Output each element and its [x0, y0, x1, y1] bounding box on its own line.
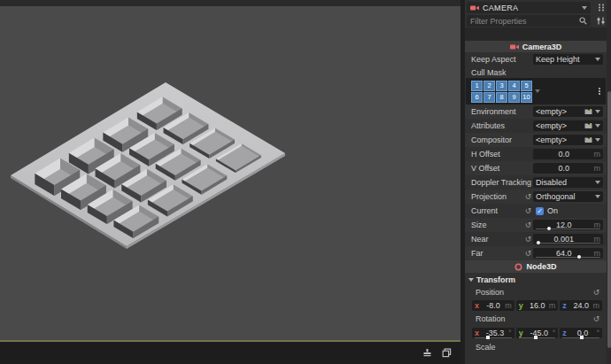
sliders-icon [597, 17, 606, 25]
unit-suffix: m [593, 301, 600, 310]
numeric-value: 24.0 [569, 301, 593, 310]
keep-aspect-dropdown[interactable]: Keep Height [533, 54, 603, 65]
numeric-value: 0.0 [536, 164, 592, 173]
unit-suffix: m [594, 150, 601, 159]
property-row-current: Current ↺ ✓ On [465, 204, 607, 218]
scrollbar-thumb[interactable] [607, 91, 611, 348]
slider-knob[interactable] [486, 336, 490, 339]
revert-arrow-icon[interactable]: ↺ [523, 249, 533, 258]
filter-placeholder: Filter Properties [470, 17, 579, 26]
unit-suffix: ° [553, 329, 556, 337]
inspector-scroll-area: Camera3D Keep Aspect Keep Height Cull Ma… [465, 41, 607, 364]
property-label: Rotation [476, 314, 592, 323]
cull-mask-cell[interactable]: 2 [483, 81, 495, 91]
compositor-resource-field[interactable]: <empty> [533, 135, 603, 145]
axis-z-label: z [562, 301, 567, 310]
rotation-x-field[interactable]: x -35.3 ° [472, 328, 514, 338]
transform-group-header[interactable]: Transform [465, 273, 607, 286]
property-row-h-offset: H Offset 0.0 m [465, 147, 607, 161]
position-x-field[interactable]: x -8.0 m [472, 300, 514, 311]
position-z-field[interactable]: z 24.0 m [560, 300, 602, 311]
slider-track[interactable] [536, 243, 600, 244]
rotation-y-field[interactable]: y -45.0 ° [516, 328, 559, 338]
resource-value: <empty> [536, 107, 584, 116]
projection-dropdown[interactable]: Orthogonal [533, 191, 603, 202]
chevron-down-icon [582, 6, 587, 10]
chevron-down-icon [595, 58, 600, 61]
slider-track[interactable] [519, 337, 556, 338]
node3d-circle-icon [514, 263, 522, 271]
attributes-resource-field[interactable]: <empty> [533, 120, 603, 131]
property-label: Cull Mask [471, 68, 607, 77]
numeric-value: 0.0 [536, 150, 592, 159]
inspector-panel: CAMERA Filter Properties [465, 0, 611, 364]
filter-properties-input[interactable]: Filter Properties [467, 15, 591, 27]
cull-mask-cell[interactable]: 5 [521, 81, 532, 91]
cull-mask-cell[interactable]: 4 [508, 81, 520, 91]
3d-viewport[interactable] [0, 6, 460, 340]
cull-mask-menu-button[interactable] [599, 88, 600, 95]
cull-mask-cell[interactable]: 10 [521, 92, 532, 103]
numeric-value: -8.0 [482, 301, 505, 310]
camera-icon [510, 43, 519, 50]
v-offset-field[interactable]: 0.0 m [533, 163, 603, 174]
slider-track[interactable] [536, 257, 600, 258]
axis-y-label: y [519, 301, 523, 310]
revert-arrow-icon[interactable]: ↺ [592, 314, 601, 323]
rotation-z-field[interactable]: z 0.0 ° [560, 328, 602, 338]
unit-suffix: m [594, 164, 601, 173]
position-vector-fields: x -8.0 m y 16.0 m z 24.0 m [465, 298, 607, 313]
inspected-node-selector[interactable]: CAMERA [467, 2, 591, 13]
chevron-down-icon [595, 110, 600, 113]
slider-knob[interactable] [547, 227, 551, 230]
cull-mask-cell[interactable]: 1 [471, 81, 483, 91]
slider-knob[interactable] [577, 255, 581, 259]
revert-arrow-icon[interactable]: ↺ [523, 206, 533, 215]
slider-track[interactable] [562, 337, 599, 338]
chevron-down-icon [535, 89, 540, 93]
current-checkbox[interactable]: ✓ [536, 207, 544, 215]
axis-x-label: x [475, 301, 479, 310]
axis-x-label: x [475, 329, 479, 337]
h-offset-field[interactable]: 0.0 m [533, 149, 603, 159]
camera-icon [470, 4, 479, 12]
slider-knob[interactable] [580, 336, 584, 339]
environment-resource-field[interactable]: <empty> [533, 106, 603, 117]
revert-arrow-icon[interactable]: ↺ [523, 235, 533, 244]
near-slider-field[interactable]: 0.001 m [533, 234, 603, 244]
copy-output-button[interactable] [439, 346, 453, 360]
cull-mask-cell[interactable]: 9 [508, 92, 520, 103]
cull-mask-cell[interactable]: 3 [496, 81, 507, 91]
slider-track[interactable] [475, 337, 512, 338]
cull-mask-cell[interactable]: 6 [471, 92, 483, 103]
position-y-field[interactable]: y 16.0 m [516, 300, 559, 311]
clear-output-button[interactable] [420, 346, 434, 360]
category-title: Camera3D [522, 43, 562, 51]
property-row-compositor: Compositor <empty> [465, 133, 607, 147]
category-header-node3d[interactable]: Node3D [465, 260, 607, 273]
revert-arrow-icon[interactable]: ↺ [523, 192, 533, 201]
property-row-position: Position ↺ [465, 286, 607, 298]
folder-icon [584, 108, 592, 115]
chevron-down-icon [595, 195, 600, 198]
axis-y-label: y [519, 329, 523, 337]
cull-mask-cell[interactable]: 8 [496, 92, 507, 103]
property-label: H Offset [471, 150, 533, 159]
collapse-caret-icon [468, 278, 474, 282]
revert-arrow-icon[interactable]: ↺ [592, 288, 601, 297]
property-label: Projection [471, 192, 523, 201]
folder-icon [584, 122, 592, 129]
size-slider-field[interactable]: 12.0 m [533, 220, 603, 230]
cull-mask-cell[interactable]: 7 [483, 92, 495, 103]
clear-brush-icon [422, 348, 432, 358]
slider-knob[interactable] [537, 241, 540, 244]
viewport-pane [0, 0, 460, 364]
category-header-camera3d[interactable]: Camera3D [465, 41, 607, 52]
revert-arrow-icon[interactable]: ↺ [523, 221, 533, 229]
far-slider-field[interactable]: 64.0 m [533, 248, 603, 259]
inspector-scrollbar[interactable] [607, 0, 611, 364]
property-row-cull-mask: Cull Mask [465, 66, 607, 78]
slider-track[interactable] [536, 228, 600, 229]
slider-knob[interactable] [534, 336, 538, 339]
doppler-tracking-dropdown[interactable]: Disabled [533, 177, 603, 188]
